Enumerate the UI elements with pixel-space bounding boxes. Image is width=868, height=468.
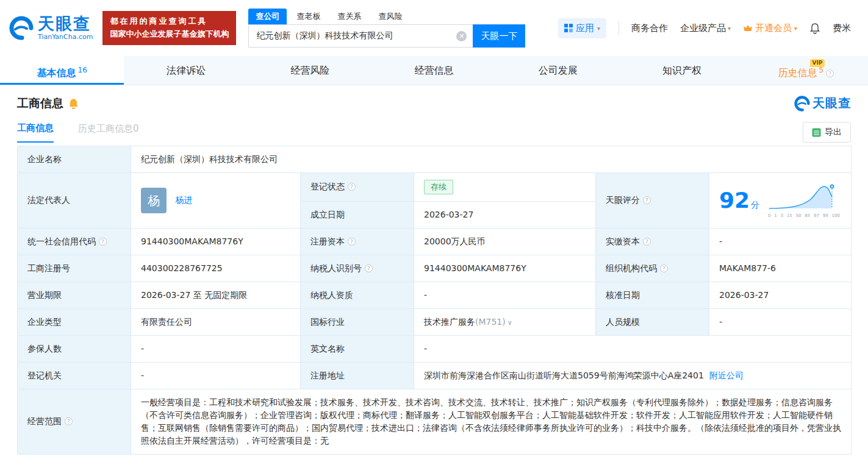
tianyancha-logo-icon xyxy=(9,16,34,40)
help-icon[interactable]: ? xyxy=(65,417,73,425)
taxpayer-id-value: 91440300MAKAM8776Y xyxy=(414,255,596,282)
taxpayer-qual-label: 纳税人资质 xyxy=(301,282,414,308)
user-menu[interactable]: 费米 xyxy=(833,23,851,34)
business-term-value: 2026-03-27 至 无固定期限 xyxy=(131,282,301,308)
search-tabs: 查公司 查老板 查关系 查风险 xyxy=(248,9,525,24)
business-info-table: 企业名称 纪元创新（深圳）科技技术有限公司 法定代表人 杨 杨进 登记状态? 存… xyxy=(17,146,852,455)
search-tab-relation[interactable]: 查关系 xyxy=(330,9,368,24)
chevron-down-icon: ▾ xyxy=(728,25,731,32)
subscribe-bell-icon[interactable] xyxy=(68,98,79,109)
legal-rep-name-link[interactable]: 杨进 xyxy=(175,195,192,205)
reg-authority-value: - xyxy=(131,362,301,389)
header-divider xyxy=(619,21,619,35)
staff-size-label: 人员规模 xyxy=(596,308,709,335)
business-scope-value: 一般经营项目是：工程和技术研究和试验发展；技术服务、技术开发、技术咨询、技术交流… xyxy=(131,389,852,454)
score-unit: 分 xyxy=(751,200,759,210)
table-row: 法定代表人 杨 杨进 登记状态? 存续 天眼评分? 92分 xyxy=(18,173,852,202)
tianyancha-logo[interactable]: 天眼查 TianYanCha.com xyxy=(9,15,93,41)
approval-date-label: 核准日期 xyxy=(596,282,709,308)
tab-badge: 5 xyxy=(819,66,824,74)
vip-menu[interactable]: 开通会员 ▾ xyxy=(743,23,797,34)
help-icon[interactable]: ? xyxy=(348,183,356,191)
table-row: 工商注册号 440300228767725 纳税人识别号? 91440300MA… xyxy=(18,255,852,282)
tab-operation-risk[interactable]: 经营风险 xyxy=(248,56,372,85)
tab-company-development[interactable]: 公司发展 xyxy=(496,56,620,85)
logo-title: 天眼查 xyxy=(38,15,93,32)
english-name-label: 英文名称 xyxy=(301,335,414,362)
search-tab-boss[interactable]: 查老板 xyxy=(289,9,328,24)
subtab-history-business-info[interactable]: 历史工商信息0 xyxy=(78,123,139,142)
approval-date-value: 2026-03-27 xyxy=(709,282,852,308)
export-excel-icon xyxy=(812,128,821,137)
help-icon[interactable]: ? xyxy=(365,264,373,272)
app-menu[interactable]: 应用 ▾ xyxy=(558,18,606,38)
section-header: 工商信息 天眼查 xyxy=(0,85,868,115)
notification-bell-icon[interactable] xyxy=(809,23,820,34)
taxpayer-qual-value: - xyxy=(414,282,596,308)
est-date-value: 2026-03-27 xyxy=(414,201,596,228)
tab-label: 知识产权 xyxy=(662,65,701,76)
tab-legal-litigation[interactable]: 法律诉讼 xyxy=(124,56,248,85)
search-tab-risk[interactable]: 查风险 xyxy=(371,9,409,24)
legal-rep-label: 法定代表人 xyxy=(18,173,131,229)
org-code-label: 组织机构代码? xyxy=(596,255,709,282)
chevron-down-icon: ▾ xyxy=(597,25,600,32)
insured-label: 参保人数 xyxy=(18,335,131,362)
reg-number-value: 440300228767725 xyxy=(131,255,301,282)
legal-rep-avatar[interactable]: 杨 xyxy=(141,188,167,213)
app-grid-icon xyxy=(564,24,573,32)
search-tab-company[interactable]: 查公司 xyxy=(248,9,287,24)
crown-icon xyxy=(743,24,753,32)
reg-number-label: 工商注册号 xyxy=(18,255,131,282)
biz-coop-link[interactable]: 商务合作 xyxy=(631,23,668,34)
credit-code-value: 91440300MAKAM8776Y xyxy=(131,228,301,255)
search-input-box: × xyxy=(248,24,473,48)
tab-label: 经营风险 xyxy=(290,65,329,76)
score-chart[interactable]: 0131550859799100 xyxy=(768,182,841,219)
enterprise-menu[interactable]: 企业级产品 ▾ xyxy=(680,23,731,34)
tab-label: 公司发展 xyxy=(539,65,578,76)
tab-label: 法律诉讼 xyxy=(167,65,206,76)
table-row: 企业名称 纪元创新（深圳）科技技术有限公司 xyxy=(18,146,852,173)
search-button[interactable]: 天眼一下 xyxy=(473,24,525,48)
paid-capital-label: 实缴资本? xyxy=(596,228,709,255)
promo-banner: 都在用的商业查询工具 国家中小企业发展子基金旗下机构 xyxy=(102,11,236,45)
section-title: 工商信息 xyxy=(17,96,63,112)
help-icon[interactable]: ? xyxy=(348,238,356,246)
help-icon[interactable]: ? xyxy=(643,238,651,246)
company-name-value: 纪元创新（深圳）科技技术有限公司 xyxy=(131,146,852,173)
vip-badge: VIP xyxy=(810,59,825,67)
enterprise-label: 企业级产品 xyxy=(680,23,726,34)
tab-history-info[interactable]: VIP 历史信息5? xyxy=(744,56,868,85)
tab-intellectual-property[interactable]: 知识产权 xyxy=(620,56,744,85)
tab-operation-info[interactable]: 经营信息 xyxy=(372,56,496,85)
tab-label: 经营信息 xyxy=(414,65,453,76)
status-badge: 存续 xyxy=(424,180,453,194)
top-header: 天眼查 TianYanCha.com 都在用的商业查询工具 国家中小企业发展子基… xyxy=(0,0,868,56)
search-input[interactable] xyxy=(249,25,473,47)
score-cell: 92分 0131550859799100 xyxy=(709,173,852,229)
insured-value: - xyxy=(131,335,301,362)
help-icon[interactable]: ? xyxy=(99,238,107,246)
help-icon[interactable]: ? xyxy=(660,264,668,272)
table-row: 登记机关 - 注册地址 深圳市前海深港合作区南山街道听海大道5059号前海鸿荣源… xyxy=(18,362,852,389)
tianyancha-logo-icon xyxy=(794,96,810,112)
business-scope-label: 经营范围? xyxy=(18,389,131,454)
score-value: 92 xyxy=(719,188,750,213)
taxpayer-id-label: 纳税人识别号? xyxy=(301,255,414,282)
help-icon[interactable]: ? xyxy=(826,69,834,77)
subtab-business-info[interactable]: 工商信息 xyxy=(17,122,54,143)
tab-basic-info[interactable]: 基本信息16 xyxy=(0,56,124,85)
nearby-companies-link[interactable]: 附近公司 xyxy=(709,370,744,380)
company-type-value: 有限责任公司 xyxy=(131,308,301,335)
score-axis-labels: 0131550859799100 xyxy=(768,213,840,219)
table-row: 营业期限 2026-03-27 至 无固定期限 纳税人资质 - 核准日期 202… xyxy=(18,282,852,308)
reg-address-label: 注册地址 xyxy=(301,362,414,389)
chevron-down-icon[interactable]: ∨ xyxy=(508,319,512,327)
score-label: 天眼评分? xyxy=(596,173,709,229)
export-label: 导出 xyxy=(825,127,842,138)
banner-line1: 都在用的商业查询工具 xyxy=(110,15,229,28)
export-button[interactable]: 导出 xyxy=(803,122,851,143)
help-icon[interactable]: ? xyxy=(643,196,651,204)
sub-tabs: 工商信息 历史工商信息0 导出 xyxy=(0,115,868,143)
